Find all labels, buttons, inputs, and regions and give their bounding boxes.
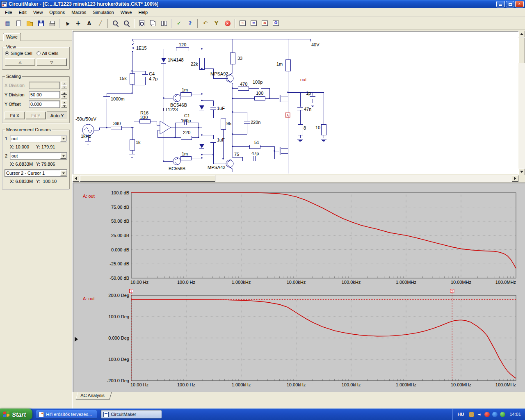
- maximize-button[interactable]: [506, 1, 514, 7]
- wave-next-button[interactable]: ▽: [37, 58, 67, 66]
- print-icon: [49, 23, 55, 26]
- print-button[interactable]: [47, 18, 57, 28]
- zoom-page-button[interactable]: [137, 18, 147, 28]
- plus-tool-button[interactable]: +: [73, 18, 83, 28]
- logic-display-button[interactable]: ≡: [249, 18, 259, 28]
- horizontal-scroll-thumb[interactable]: [80, 175, 215, 182]
- menu-item-help[interactable]: Help: [135, 9, 151, 16]
- spinner-up-icon[interactable]: [61, 82, 67, 85]
- minimize-button[interactable]: [496, 1, 505, 7]
- cursor-tool-button[interactable]: ▲: [62, 18, 72, 28]
- menu-item-wave[interactable]: Wave: [117, 9, 135, 16]
- wire-tool-button[interactable]: ╱: [95, 18, 105, 28]
- auto-y-button[interactable]: Auto Y: [47, 112, 67, 119]
- cursor1-signal-select[interactable]: out: [10, 135, 67, 142]
- schematic-canvas[interactable]: A 1E151201N414822k33MPSA921m40Vout15kC44…: [73, 31, 518, 174]
- menu-item-file[interactable]: File: [2, 9, 16, 16]
- probe-tool-button[interactable]: Y: [211, 18, 221, 28]
- x-division-input[interactable]: [29, 82, 60, 89]
- y-division-spinner[interactable]: [61, 91, 67, 98]
- meter-display-button[interactable]: Ω: [271, 18, 281, 28]
- y-offset-input[interactable]: [29, 100, 60, 108]
- spinner-down-icon[interactable]: [61, 95, 67, 98]
- split-pages-button[interactable]: [159, 18, 169, 28]
- menu-item-edit[interactable]: Edit: [16, 9, 30, 16]
- x-division-label: X Division: [5, 83, 27, 88]
- menu-item-view[interactable]: View: [30, 9, 46, 16]
- task-button-circuitmaker[interactable]: CircuitMaker: [100, 410, 162, 419]
- zoom-tool-button[interactable]: [121, 18, 132, 28]
- pages-button[interactable]: [148, 18, 158, 28]
- window-button[interactable]: ▦: [2, 18, 13, 28]
- menu-item-macros[interactable]: Macros: [68, 9, 89, 16]
- component-label: LT1223: [163, 107, 178, 112]
- component-label: C1: [184, 113, 190, 118]
- phase-curve: [131, 300, 516, 379]
- single-cell-radio[interactable]: Single Cell: [5, 51, 32, 56]
- menu-item-simulation[interactable]: Simulation: [89, 9, 117, 16]
- zoom-window-button[interactable]: [110, 18, 121, 28]
- spinner-up-icon[interactable]: [61, 91, 67, 95]
- language-indicator[interactable]: HU: [458, 412, 464, 417]
- run-check-button[interactable]: ✓: [174, 18, 184, 28]
- cursor2-signal-select[interactable]: out: [10, 152, 67, 160]
- y-offset-spinner[interactable]: [61, 100, 67, 108]
- start-button[interactable]: Start: [0, 409, 32, 420]
- help-button[interactable]: ?: [185, 18, 195, 28]
- signal-display-button[interactable]: ≈: [260, 18, 270, 28]
- gain-x-tick-label: 100.0 Hz: [177, 280, 195, 285]
- toolbar-separator: [134, 19, 135, 28]
- dropdown-arrow-icon[interactable]: [60, 153, 66, 159]
- dropdown-arrow-icon[interactable]: [60, 136, 66, 142]
- fit-x-button[interactable]: Fit X: [5, 112, 25, 119]
- scope-display-button[interactable]: ~: [237, 18, 248, 28]
- vertical-scroll-thumb[interactable]: [518, 38, 525, 63]
- scroll-left-icon: [75, 177, 77, 180]
- undo-icon: ↶: [202, 20, 209, 27]
- plus-tool-icon: +: [75, 20, 82, 27]
- minimize-icon: [499, 5, 502, 6]
- component-label: 4.7p: [149, 76, 158, 81]
- scroll-right-button[interactable]: [512, 175, 518, 182]
- text-tool-button[interactable]: A: [84, 18, 94, 28]
- analysis-plots[interactable]: 100.0 dB75.00 dB50.00 dB25.00 dB0.000 dB…: [73, 183, 525, 392]
- menu-item-options[interactable]: Options: [46, 9, 68, 16]
- schematic-vertical-scrollbar[interactable]: [518, 31, 525, 175]
- all-cells-radio[interactable]: All Cells: [37, 51, 59, 56]
- spinner-down-icon[interactable]: [61, 85, 67, 89]
- messenger-tray-icon[interactable]: [492, 412, 498, 417]
- volume-tray-icon[interactable]: [477, 412, 482, 417]
- single-cell-label: Single Cell: [11, 51, 32, 56]
- display-tray-icon[interactable]: [469, 412, 474, 417]
- scroll-up-button[interactable]: [518, 31, 525, 37]
- save-button[interactable]: [36, 18, 46, 28]
- spinner-down-icon[interactable]: [61, 104, 67, 108]
- toolbar-separator: [59, 19, 60, 28]
- cursor2-y-value: Y: 79.806: [36, 162, 55, 167]
- open-file-button[interactable]: [25, 18, 35, 28]
- scroll-left-button[interactable]: [73, 175, 79, 182]
- undo-button[interactable]: ↶: [200, 18, 210, 28]
- update-tray-icon[interactable]: [500, 412, 505, 417]
- panel-splitter-arrow[interactable]: [75, 337, 78, 342]
- help-icon: ?: [187, 20, 194, 27]
- tab-wave[interactable]: Wave: [3, 33, 21, 41]
- tab-ac-analysis[interactable]: AC Analysis: [75, 392, 112, 399]
- dropdown-arrow-icon[interactable]: [60, 170, 66, 176]
- antivirus-tray-icon[interactable]: [484, 412, 490, 417]
- gain-x-tick-label: 1.000kHz: [232, 280, 251, 285]
- close-button[interactable]: ×: [515, 1, 524, 7]
- stop-button[interactable]: ×: [222, 18, 233, 28]
- y-division-input[interactable]: [29, 91, 60, 98]
- task-button-hifi[interactable]: Hifi erősítők tervezés...: [36, 410, 97, 419]
- cursor-difference-select[interactable]: Cursor 2 - Cursor 1: [5, 169, 67, 177]
- new-file-button[interactable]: [14, 18, 24, 28]
- component-label: 40V: [311, 42, 320, 47]
- x-division-spinner[interactable]: [61, 82, 67, 89]
- spinner-up-icon[interactable]: [61, 100, 67, 104]
- fit-y-button[interactable]: Fit Y: [26, 112, 46, 119]
- wave-previous-button[interactable]: △: [5, 58, 35, 66]
- schematic-horizontal-scrollbar[interactable]: [73, 175, 518, 182]
- component-label: 1m: [182, 87, 188, 92]
- scroll-down-button[interactable]: [518, 169, 525, 175]
